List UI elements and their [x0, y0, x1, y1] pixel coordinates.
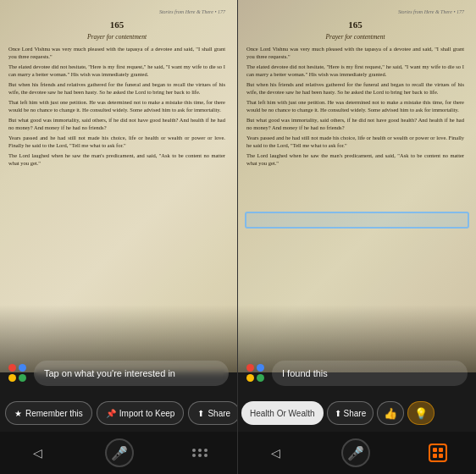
right-para-6: Years passed and he had still not made h… [246, 135, 464, 150]
right-google-dots [246, 364, 265, 383]
dot-blue [19, 364, 26, 372]
right-para-3: But when his friends and relatives gathe… [246, 81, 464, 96]
grid-dot-5 [198, 454, 202, 457]
left-para-6: Years passed and he had still not made h… [8, 135, 225, 150]
idea-icon: 💡 [414, 407, 428, 420]
right-chapter-title: Prayer for contentment [246, 33, 464, 41]
remember-icon: ★ [14, 409, 22, 418]
main-container: Stories from Here & There • 177 165 Pray… [0, 0, 476, 474]
dot-red [8, 364, 16, 372]
thumbs-up-button[interactable]: 👍 [377, 401, 404, 425]
right-action-row: Health Or Wealth ⬆ Share 👍 💡 [238, 401, 476, 425]
rgrid-3 [433, 454, 437, 458]
left-share-icon: ⬆ [197, 409, 204, 418]
dot-yellow [8, 374, 16, 382]
right-panel: Stories from Here & There • 177 165 Pray… [238, 0, 476, 474]
left-chapter-number: 165 [8, 19, 225, 31]
left-para-2: The elated devotee did not hesitate, "He… [8, 63, 225, 79]
grid-dot-6 [204, 454, 208, 457]
left-lens-prompt: Tap on what you're interested in [34, 361, 229, 386]
left-lens-bar: Tap on what you're interested in [0, 357, 237, 389]
right-para-1: Once Lord Vishnu was very much pleased w… [246, 46, 464, 61]
left-share-button[interactable]: ⬆ Share [188, 401, 238, 425]
thumbs-up-icon: 👍 [384, 407, 397, 420]
grid-dot-4 [192, 454, 196, 457]
idea-button[interactable]: 💡 [407, 401, 434, 425]
left-action-row: ★ Remember this 📌 Import to Keep ⬆ Share [0, 401, 237, 425]
left-google-dots [8, 364, 27, 383]
result-label: Health Or Wealth [250, 409, 315, 418]
left-panel: Stories from Here & There • 177 165 Pray… [0, 0, 238, 474]
right-para-2: The elated devotee did not hesitate, "He… [246, 63, 464, 79]
import-label: Import to Keep [119, 409, 175, 418]
text-highlight-box [245, 212, 469, 229]
right-back-icon[interactable]: ◁ [267, 444, 284, 461]
right-dot-red [246, 364, 254, 372]
rgrid-2 [439, 448, 443, 452]
grid-dot-1 [192, 449, 196, 452]
right-grid-icon [433, 448, 443, 458]
right-para-4: That left him with just one petition. He… [246, 99, 464, 114]
right-book-background: Stories from Here & There • 177 165 Pray… [238, 0, 476, 372]
right-dot-yellow [246, 374, 254, 382]
left-back-icon[interactable]: ◁ [30, 444, 47, 461]
right-para-7: The Lord laughed when he saw the man's p… [246, 152, 464, 168]
health-or-wealth-chip[interactable]: Health Or Wealth [241, 401, 324, 425]
right-para-5: But what good was immortality, said othe… [246, 117, 464, 132]
right-found-chip: I found this [272, 361, 468, 386]
remember-this-button[interactable]: ★ Remember this [5, 401, 92, 425]
right-lens-bar: I found this [238, 357, 476, 389]
left-para-1: Once Lord Vishnu was very much pleased w… [8, 46, 225, 61]
remember-label: Remember this [25, 409, 83, 418]
left-share-label: Share [208, 409, 230, 418]
right-dot-blue [257, 364, 264, 372]
right-chapter-number: 165 [246, 19, 464, 31]
right-share-icon: ⬆ [335, 409, 341, 418]
import-to-keep-button[interactable]: 📌 Import to Keep [97, 401, 185, 425]
left-grid-button[interactable] [192, 449, 208, 457]
right-dot-green [257, 374, 264, 382]
left-para-7: The Lord laughed when he saw the man's p… [8, 152, 225, 168]
right-share-label: Share [344, 409, 367, 418]
left-book-background: Stories from Here & There • 177 165 Pray… [0, 0, 237, 372]
left-chapter-title: Prayer for contentment [8, 33, 225, 41]
left-lens-prompt-text: Tap on what you're interested in [44, 368, 175, 378]
left-mic-button[interactable]: 🎤 [105, 438, 134, 467]
right-bottom-nav: ◁ 🎤 [238, 432, 476, 474]
left-para-5: But what good was immortality, said othe… [8, 117, 225, 132]
right-share-button[interactable]: ⬆ Share [327, 401, 374, 425]
keep-icon: 📌 [106, 409, 116, 418]
left-book-header: Stories from Here & There • 177 [8, 8, 225, 15]
rgrid-4 [439, 454, 443, 458]
grid-dot-3 [204, 449, 208, 452]
left-para-3: But when his friends and relatives gathe… [8, 81, 225, 96]
left-para-4: That left him with just one petition. He… [8, 99, 225, 114]
grid-dot-2 [198, 449, 202, 452]
right-book-header: Stories from Here & There • 177 [246, 8, 464, 15]
right-mic-button[interactable]: 🎤 [341, 438, 370, 467]
right-grid-button[interactable] [429, 444, 447, 462]
rgrid-1 [433, 448, 437, 452]
right-found-text: I found this [282, 368, 328, 378]
dot-green [19, 374, 26, 382]
left-bottom-nav: ◁ 🎤 [0, 432, 237, 474]
